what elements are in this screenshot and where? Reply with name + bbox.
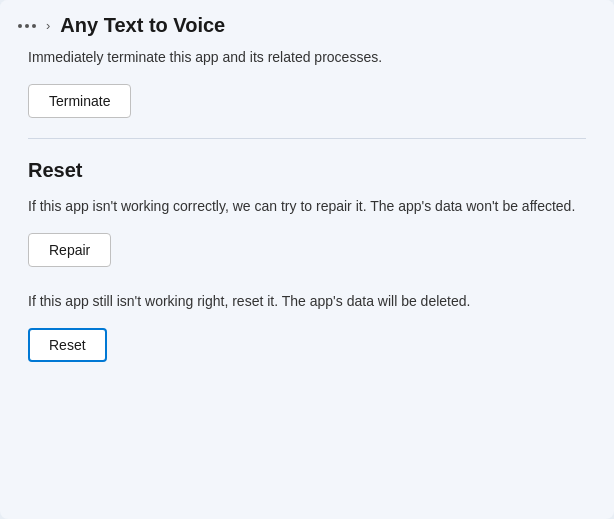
terminate-description: Immediately terminate this app and its r…: [28, 47, 586, 68]
reset-section-title: Reset: [28, 159, 586, 182]
app-window: › Any Text to Voice Immediately terminat…: [0, 0, 614, 519]
reset-description: If this app still isn't working right, r…: [28, 291, 586, 312]
content-area: Immediately terminate this app and its r…: [0, 47, 614, 519]
repair-description: If this app isn't working correctly, we …: [28, 196, 586, 217]
more-options-icon[interactable]: [18, 24, 36, 28]
section-divider: [28, 138, 586, 139]
breadcrumb-chevron-icon: ›: [46, 18, 50, 33]
title-bar: › Any Text to Voice: [0, 0, 614, 47]
repair-button[interactable]: Repair: [28, 233, 111, 267]
repair-section: If this app isn't working correctly, we …: [28, 196, 586, 267]
terminate-button[interactable]: Terminate: [28, 84, 131, 118]
reset-button[interactable]: Reset: [28, 328, 107, 362]
reset-data-section: If this app still isn't working right, r…: [28, 291, 586, 362]
page-title: Any Text to Voice: [60, 14, 225, 37]
